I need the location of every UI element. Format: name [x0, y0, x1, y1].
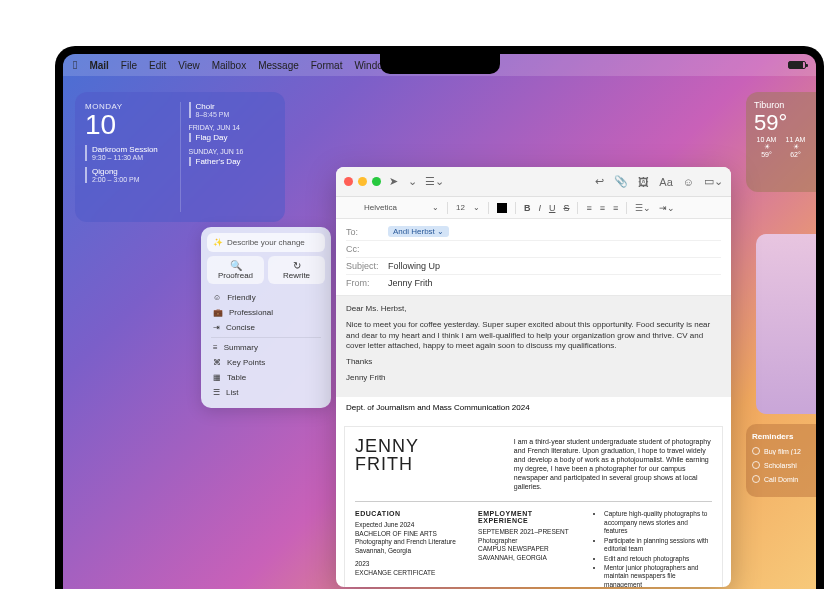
apple-menu-icon[interactable]: 	[73, 58, 77, 72]
key-icon: ⌘	[213, 358, 221, 367]
tone-professional[interactable]: 💼Professional	[211, 305, 321, 320]
body-paragraph: Nice to meet you for coffee yesterday. S…	[346, 320, 721, 352]
proofread-button[interactable]: 🔍 Proofread	[207, 256, 264, 284]
calendar-event: Father's Day	[189, 157, 276, 166]
employment-heading: EMPLOYMENT EXPERIENCE	[478, 510, 578, 524]
resume-bio: I am a third-year student undergraduate …	[514, 437, 712, 492]
rewrite-button[interactable]: ↻ Rewrite	[268, 256, 325, 284]
from-value[interactable]: Jenny Frith	[388, 278, 433, 288]
menu-file[interactable]: File	[121, 60, 137, 71]
body-sig-name: Jenny Frith	[346, 373, 721, 384]
writing-tools-popup: ✨ Describe your change 🔍 Proofread ↻ Rew…	[201, 227, 331, 408]
weather-widget[interactable]: Tiburon 59° 10 AM ☀ 59° 11 AM ☀ 62°	[746, 92, 816, 192]
subject-label: Subject:	[346, 261, 388, 271]
markup-icon[interactable]: ▭⌄	[704, 175, 723, 188]
smile-icon: ☺	[213, 293, 221, 302]
reminder-item[interactable]: Buy film (12	[752, 447, 810, 455]
strike-button[interactable]: S	[563, 203, 569, 213]
close-button[interactable]	[344, 177, 353, 186]
send-icon[interactable]: ➤	[389, 175, 398, 188]
laptop-notch	[380, 54, 500, 74]
menubar-app[interactable]: Mail	[89, 60, 108, 71]
reminders-widget[interactable]: Reminders Buy film (12 Scholarshi Call D…	[746, 424, 816, 497]
photo-widget[interactable]	[756, 234, 816, 414]
tone-concise[interactable]: ⇥Concise	[211, 320, 321, 335]
action-summary[interactable]: ≡Summary	[211, 340, 321, 355]
mail-compose-window: ➤ ⌄ ☰⌄ ↩ 📎 🖼 Aa ☺ ▭⌄ Helvetica ⌄	[336, 167, 731, 587]
action-list[interactable]: ☰List	[211, 385, 321, 400]
table-icon: ▦	[213, 373, 221, 382]
briefcase-icon: 💼	[213, 308, 223, 317]
calendar-event: Darkroom Session 9:30 – 11:30 AM	[85, 145, 172, 161]
format-bar: Helvetica ⌄ 12 ⌄ B I U S ≡ ≡ ≡ ☰⌄ ⇥⌄	[336, 197, 731, 219]
align-left-icon[interactable]: ≡	[586, 203, 591, 213]
weather-temp: 59°	[754, 110, 808, 136]
list-icon: ☰	[213, 388, 220, 397]
bold-button[interactable]: B	[524, 203, 531, 213]
chevron-down-icon[interactable]: ⌄	[408, 175, 417, 188]
compress-icon: ⇥	[213, 323, 220, 332]
calendar-day-label: MONDAY	[85, 102, 172, 111]
reply-icon[interactable]: ↩	[595, 175, 604, 188]
photo-icon[interactable]: 🖼	[638, 176, 649, 188]
body-thanks: Thanks	[346, 357, 721, 368]
align-right-icon[interactable]: ≡	[613, 203, 618, 213]
calendar-event: Qigong 2:00 – 3:00 PM	[85, 167, 172, 183]
body-sig-dept: Dept. of Journalism and Mass Communicati…	[346, 403, 721, 412]
sparkle-icon: ✨	[213, 238, 223, 247]
reminder-item[interactable]: Call Domin	[752, 475, 810, 483]
format-icon[interactable]: Aa	[659, 176, 672, 188]
action-keypoints[interactable]: ⌘Key Points	[211, 355, 321, 370]
list-icon[interactable]: ☰⌄	[635, 203, 651, 213]
tone-friendly[interactable]: ☺Friendly	[211, 290, 321, 305]
italic-button[interactable]: I	[538, 203, 541, 213]
font-select[interactable]: Helvetica	[364, 203, 424, 212]
header-fields-icon[interactable]: ☰⌄	[425, 175, 444, 188]
resume-name: JENNY FRITH	[355, 437, 498, 492]
lines-icon: ≡	[213, 343, 218, 352]
calendar-widget[interactable]: MONDAY 10 Darkroom Session 9:30 – 11:30 …	[75, 92, 285, 222]
writing-prompt-input[interactable]: ✨ Describe your change	[207, 233, 325, 252]
underline-button[interactable]: U	[549, 203, 556, 213]
minimize-button[interactable]	[358, 177, 367, 186]
action-table[interactable]: ▦Table	[211, 370, 321, 385]
refresh-icon: ↻	[270, 260, 323, 271]
body-greeting: Dear Ms. Herbst,	[346, 304, 721, 315]
calendar-event: Flag Day	[189, 133, 276, 142]
education-heading: EDUCATION	[355, 510, 462, 517]
indent-icon[interactable]: ⇥⌄	[659, 203, 675, 213]
from-label: From:	[346, 278, 388, 288]
chevron-down-icon[interactable]: ⌄	[432, 203, 439, 212]
cc-label: Cc:	[346, 244, 388, 254]
reminders-title: Reminders	[752, 432, 810, 441]
font-size[interactable]: 12	[456, 203, 465, 212]
menu-message[interactable]: Message	[258, 60, 299, 71]
mail-body[interactable]: Dear Ms. Herbst, Nice to meet you for co…	[336, 296, 731, 587]
calendar-date: 10	[85, 111, 172, 139]
menu-mailbox[interactable]: Mailbox	[212, 60, 246, 71]
menu-format[interactable]: Format	[311, 60, 343, 71]
zoom-button[interactable]	[372, 177, 381, 186]
calendar-event: Choir 8–8:45 PM	[189, 102, 276, 118]
resume-bullets: Capture high-quality photographs to acco…	[594, 510, 712, 587]
align-center-icon[interactable]: ≡	[600, 203, 605, 213]
text-color[interactable]	[497, 203, 507, 213]
attach-icon[interactable]: 📎	[614, 175, 628, 188]
menu-edit[interactable]: Edit	[149, 60, 166, 71]
subject-input[interactable]: Following Up	[388, 261, 440, 271]
magnifier-icon: 🔍	[209, 260, 262, 271]
battery-icon[interactable]	[788, 61, 806, 69]
emoji-icon[interactable]: ☺	[683, 176, 694, 188]
recipient-pill[interactable]: Andi Herbst ⌄	[388, 226, 449, 237]
mail-toolbar: ➤ ⌄ ☰⌄ ↩ 📎 🖼 Aa ☺ ▭⌄	[336, 167, 731, 197]
to-label: To:	[346, 227, 388, 237]
resume-attachment: JENNY FRITH I am a third-year student un…	[344, 426, 723, 587]
chevron-down-icon[interactable]: ⌄	[473, 203, 480, 212]
menu-view[interactable]: View	[178, 60, 200, 71]
reminder-item[interactable]: Scholarshi	[752, 461, 810, 469]
weather-location: Tiburon	[754, 100, 808, 110]
